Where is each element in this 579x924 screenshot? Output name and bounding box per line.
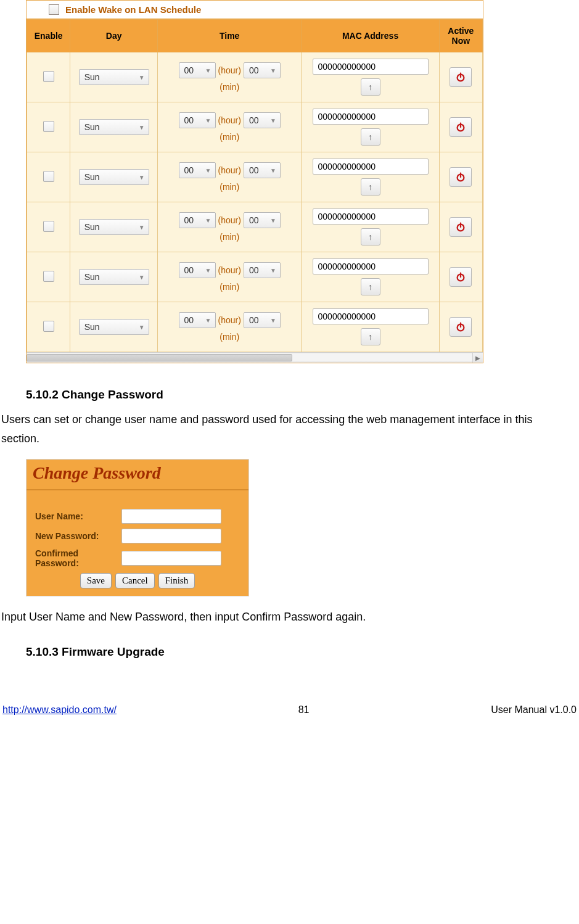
day-select-value: Sun [84,172,100,182]
chevron-down-icon: ▼ [204,316,213,324]
scrollbar-thumb[interactable] [27,354,292,361]
hour-select[interactable]: 00▼ [179,262,216,278]
hour-select[interactable]: 00▼ [179,312,216,328]
hour-select[interactable]: 00▼ [179,212,216,228]
row-enable-checkbox[interactable] [43,171,54,182]
minute-select[interactable]: 00▼ [244,162,281,178]
up-arrow-icon: ↑ [368,132,372,142]
hour-select[interactable]: 00▼ [179,162,216,178]
enable-wol-checkbox[interactable] [49,4,59,15]
chevron-down-icon: ▼ [269,266,277,274]
mac-address-input[interactable]: 000000000000 [313,159,429,175]
activate-now-button[interactable] [450,317,472,337]
row-enable-checkbox[interactable] [43,321,54,332]
day-select-value: Sun [84,272,100,282]
table-row: Sun▼00▼(hour)00▼(min)000000000000↑ [27,252,483,302]
day-select[interactable]: Sun▼ [79,219,149,235]
input-new-password[interactable] [121,529,221,543]
minute-select-value: 00 [249,315,259,325]
upload-mac-button[interactable]: ↑ [361,78,380,96]
hour-select-value: 00 [184,165,194,175]
row-enable-checkbox[interactable] [43,121,54,132]
input-confirmed-password[interactable] [121,551,221,566]
chevron-down-icon: ▼ [269,66,277,75]
hour-select-value: 00 [184,65,194,75]
heading-5-10-3: 5.10.3 Firmware Upgrade [26,645,575,659]
hour-unit-label: (hour) [218,315,241,325]
chevron-down-icon: ▼ [138,123,146,131]
footer-url[interactable]: http://www.sapido.com.tw/ [2,704,117,716]
mac-address-input[interactable]: 000000000000 [313,109,429,125]
activate-now-button[interactable] [450,67,472,87]
activate-now-button[interactable] [450,167,472,187]
col-header-time: Time [158,20,302,52]
chevron-down-icon: ▼ [138,323,146,331]
finish-button[interactable]: Finish [158,573,195,588]
minute-unit-label: (min) [168,232,292,242]
minute-select[interactable]: 00▼ [244,62,281,78]
day-select[interactable]: Sun▼ [79,269,149,285]
input-user-name[interactable] [121,509,221,524]
table-row: Sun▼00▼(hour)00▼(min)000000000000↑ [27,152,483,202]
page-footer: http://www.sapido.com.tw/ 81 User Manual… [0,667,579,716]
cancel-button[interactable]: Cancel [115,573,155,588]
activate-now-button[interactable] [450,117,472,137]
mac-address-input[interactable]: 000000000000 [313,59,429,75]
upload-mac-button[interactable]: ↑ [361,178,380,196]
day-select[interactable]: Sun▼ [79,119,149,135]
minute-select[interactable]: 00▼ [244,112,281,128]
save-button[interactable]: Save [80,573,112,588]
chevron-down-icon: ▼ [138,223,146,231]
up-arrow-icon: ↑ [368,232,372,242]
upload-mac-button[interactable]: ↑ [361,128,380,146]
minute-select[interactable]: 00▼ [244,262,281,278]
scrollbar-right-arrow-icon[interactable]: ▶ [472,353,483,363]
minute-unit-label: (min) [168,82,292,92]
up-arrow-icon: ↑ [368,82,372,92]
row-enable-checkbox[interactable] [43,221,54,232]
up-arrow-icon: ↑ [368,182,372,192]
chevron-down-icon: ▼ [269,116,277,125]
minute-unit-label: (min) [168,182,292,192]
row-enable-checkbox[interactable] [43,71,54,82]
hour-select[interactable]: 00▼ [179,112,216,128]
wol-enable-row: Enable Wake on LAN Schedule [27,1,483,19]
mac-address-input[interactable]: 000000000000 [313,258,429,274]
mac-address-input[interactable]: 000000000000 [313,308,429,324]
hour-select-value: 00 [184,315,194,325]
activate-now-button[interactable] [450,267,472,287]
mac-address-input[interactable]: 000000000000 [313,208,429,225]
hour-select-value: 00 [184,265,194,275]
activate-now-button[interactable] [450,217,472,237]
label-user-name: User Name: [35,511,121,521]
hour-unit-label: (hour) [218,65,241,75]
chevron-down-icon: ▼ [269,166,277,175]
minute-select-value: 00 [249,265,259,275]
minute-select[interactable]: 00▼ [244,312,281,328]
row-enable-checkbox[interactable] [43,271,54,282]
wol-schedule-table: Enable Day Time MAC Address Active Now S… [27,19,483,352]
chevron-down-icon: ▼ [269,316,277,324]
upload-mac-button[interactable]: ↑ [361,228,380,245]
upload-mac-button[interactable]: ↑ [361,278,380,295]
chevron-down-icon: ▼ [204,266,213,274]
chevron-down-icon: ▼ [204,66,213,75]
day-select-value: Sun [84,322,100,332]
power-icon [455,271,466,283]
day-select[interactable]: Sun▼ [79,169,149,185]
hour-select[interactable]: 00▼ [179,62,216,78]
chevron-down-icon: ▼ [138,73,146,81]
horizontal-scrollbar[interactable]: ▶ [27,352,483,363]
day-select[interactable]: Sun▼ [79,69,149,85]
minute-select[interactable]: 00▼ [244,212,281,228]
hour-unit-label: (hour) [218,265,241,275]
day-select[interactable]: Sun▼ [79,319,149,335]
chevron-down-icon: ▼ [138,173,146,181]
day-select-value: Sun [84,72,100,82]
upload-mac-button[interactable]: ↑ [361,328,380,345]
label-confirmed-password: Confirmed Password: [35,548,121,568]
power-icon [455,122,466,133]
footer-page-number: 81 [117,704,491,716]
power-icon [455,321,466,332]
up-arrow-icon: ↑ [368,332,372,342]
